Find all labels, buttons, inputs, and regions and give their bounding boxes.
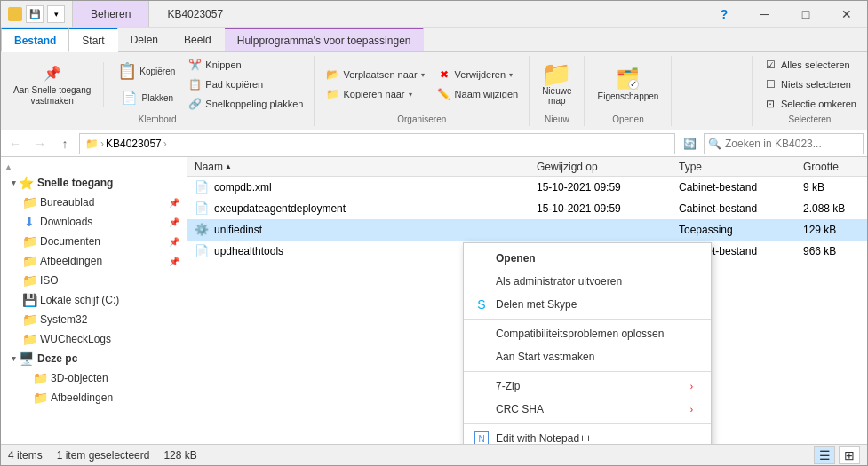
properties-icon: 🗂️✓	[617, 68, 639, 90]
klembord-items: 📌 Aan Snelle toegangvastmaken 📋 Kopiëren…	[8, 56, 307, 113]
skype-icon: S	[474, 297, 489, 312]
file-name-cell: 📄 compdb.xml	[187, 177, 530, 197]
minimize-btn[interactable]: ─	[745, 1, 785, 28]
sidebar-item-downloads[interactable]: ⬇ Downloads 📌	[1, 212, 187, 232]
kopieren-naar-btn[interactable]: 📁 Kopiëren naar ▾	[322, 85, 427, 103]
ribbon-group-organiseren: 📂 Verplaatsen naar ▾ 📁 Kopiëren naar ▾ ✖	[315, 56, 530, 126]
copy-to-icon: 📁	[325, 87, 339, 101]
up-btn[interactable]: ↑	[54, 133, 76, 154]
tab-hulpprogrammas[interactable]: Hulpprogramma's voor toepassingen	[225, 28, 425, 51]
view-buttons: ☰ ⊞	[814, 446, 860, 464]
ctx-separator3	[464, 423, 711, 424]
download-folder-icon: ⬇	[22, 215, 36, 229]
alles-selecteren-btn[interactable]: ☑ Alles selecteren	[760, 56, 860, 74]
organiseren-label: Organiseren	[397, 115, 446, 126]
maximize-btn[interactable]: □	[785, 1, 826, 28]
back-btn[interactable]: ←	[4, 133, 26, 154]
ribbon-tabs: Bestand Start Delen Beeld Hulpprogramma'…	[1, 28, 867, 52]
sidebar-item-system32[interactable]: 📁 System32	[1, 310, 187, 329]
table-row[interactable]: 📄 exeupdateagentdeployment 15-10-2021 09…	[187, 198, 867, 219]
zip-icon	[474, 379, 489, 393]
col-size[interactable]: Grootte	[796, 157, 867, 176]
sidebar-item-wuchecklogs[interactable]: 📁 WUCheckLogs	[1, 329, 187, 349]
ctx-skype[interactable]: S Delen met Skype	[464, 293, 711, 316]
open-icon	[474, 251, 489, 265]
sidebar-item-3d-objecten[interactable]: 📁 3D-objecten	[1, 368, 187, 388]
sidebar-quick-access-header[interactable]: ▾ ⭐ Snelle toegang	[1, 173, 187, 193]
pin-icon: 📌	[169, 217, 179, 227]
verplaatsen-btn[interactable]: 📂 Verplaatsen naar ▾	[322, 66, 427, 83]
tab-beeld[interactable]: Beeld	[171, 28, 225, 51]
selected-size: 128 kB	[163, 449, 196, 462]
pin-icon: 📌	[169, 198, 179, 208]
snelkoppeling-btn[interactable]: 🔗 Snelkoppeling plakken	[184, 95, 307, 113]
address-box[interactable]: 📁 › KB4023057 ›	[79, 133, 675, 154]
ctx-separator2	[464, 371, 711, 372]
naam-wijzigen-btn[interactable]: ✏️ Naam wijzigen	[434, 85, 522, 103]
plakken-btn[interactable]: 📄 Plakken	[111, 85, 180, 110]
search-input[interactable]	[725, 138, 859, 150]
folder-icon: 📁	[22, 312, 36, 327]
sidebar-deze-pc-header[interactable]: ▾ 🖥️ Deze pc	[1, 349, 187, 368]
title-tab-label: Beheren	[91, 8, 131, 20]
sidebar-item-documenten[interactable]: 📁 Documenten 📌	[1, 232, 187, 251]
organiseren-items: 📂 Verplaatsen naar ▾ 📁 Kopiëren naar ▾ ✖	[322, 56, 522, 113]
ctx-crc-sha[interactable]: CRC SHA ›	[464, 398, 711, 421]
file-size-cell: 2.088 kB	[796, 198, 867, 218]
tab-delen[interactable]: Delen	[118, 28, 171, 51]
kopieren-btn[interactable]: 📋 Kopiëren	[111, 59, 180, 83]
file-icon: 📄	[195, 180, 209, 194]
file-date-cell	[530, 219, 672, 240]
help-btn[interactable]: ?	[704, 1, 745, 28]
col-name[interactable]: Naam ▲	[187, 157, 530, 176]
table-row[interactable]: ⚙️ unifiedinst Toepassing 129 kB	[187, 219, 867, 241]
quick-save-btn[interactable]: 💾	[26, 5, 44, 23]
knippen-btn[interactable]: ✂️ Knippen	[184, 56, 307, 74]
tab-bestand[interactable]: Bestand	[1, 28, 69, 52]
selectie-omkeren-btn[interactable]: ⊡ Selectie omkeren	[760, 95, 860, 113]
ctx-openen[interactable]: Openen	[464, 247, 711, 270]
verwijderen-btn[interactable]: ✖ Verwijderen ▾	[434, 66, 522, 83]
sidebar-item-afbeeldingen[interactable]: 📁 Afbeeldingen 📌	[1, 251, 187, 271]
sidebar-item-bureaublad[interactable]: 📁 Bureaublad 📌	[1, 193, 187, 212]
file-size-cell: 966 kB	[796, 241, 867, 261]
file-type-cell: Cabinet-bestand	[672, 198, 796, 218]
file-size-cell: 9 kB	[796, 177, 867, 197]
table-row[interactable]: 📄 compdb.xml 15-10-2021 09:59 Cabinet-be…	[187, 177, 867, 198]
col-date[interactable]: Gewijzigd op	[530, 157, 672, 176]
sidebar-item-label: WUCheckLogs	[40, 333, 179, 345]
breadcrumb: 📁 › KB4023057 ›	[85, 138, 167, 150]
niets-selecteren-btn[interactable]: ☐ Niets selecteren	[760, 75, 860, 93]
close-btn[interactable]: ✕	[826, 1, 867, 28]
sidebar-item-lokale-schijf[interactable]: 💾 Lokale schijf (C:)	[1, 290, 187, 310]
sidebar-item-label: System32	[40, 313, 179, 326]
eigenschappen-btn[interactable]: 🗂️✓ Eigenschappen	[592, 67, 664, 103]
klembord-col2: ✂️ Knippen 📋 Pad kopiëren 🔗 Snelkoppelin…	[184, 56, 307, 113]
delete-icon: ✖	[437, 67, 451, 82]
details-view-btn[interactable]: ☰	[814, 446, 835, 464]
submenu-arrow: ›	[690, 382, 693, 391]
file-name-cell: 📄 exeupdateagentdeployment	[187, 198, 530, 218]
ctx-notepad[interactable]: N Edit with Notepad++	[464, 427, 711, 444]
undo-btn[interactable]: ▾	[47, 5, 65, 23]
exe-icon: ⚙️	[195, 223, 209, 237]
notepad-icon: N	[474, 431, 489, 444]
breadcrumb-path: KB4023057	[106, 138, 162, 150]
ctx-compatibiliteit[interactable]: Compatibiliteitsproblemen oplossen	[464, 322, 711, 345]
sidebar-item-afbeeldingen-pc[interactable]: 📁 Afbeeldingen	[1, 388, 187, 407]
pad-kopieren-btn[interactable]: 📋 Pad kopiëren	[184, 75, 307, 93]
sidebar-item-iso[interactable]: 📁 ISO	[1, 271, 187, 290]
search-box[interactable]: 🔍	[704, 133, 864, 154]
large-icons-btn[interactable]: ⊞	[839, 446, 860, 464]
col-type[interactable]: Type	[672, 157, 796, 176]
aan-snelle-btn[interactable]: 📌 Aan Snelle toegangvastmaken	[8, 60, 96, 108]
ctx-7zip[interactable]: 7-Zip ›	[464, 375, 711, 398]
pc-icon: 🖥️	[19, 351, 34, 366]
ctx-aan-start[interactable]: Aan Start vastmaken	[464, 345, 711, 368]
forward-btn[interactable]: →	[29, 133, 51, 154]
nieuwe-map-btn[interactable]: 📁 Nieuwemap	[537, 61, 577, 107]
tab-start[interactable]: Start	[69, 28, 117, 52]
ribbon-group-klembord: 📌 Aan Snelle toegangvastmaken 📋 Kopiëren…	[1, 56, 315, 126]
ctx-als-administrator[interactable]: Als administrator uitvoeren	[464, 270, 711, 293]
refresh-btn[interactable]: 🔄	[679, 133, 700, 154]
